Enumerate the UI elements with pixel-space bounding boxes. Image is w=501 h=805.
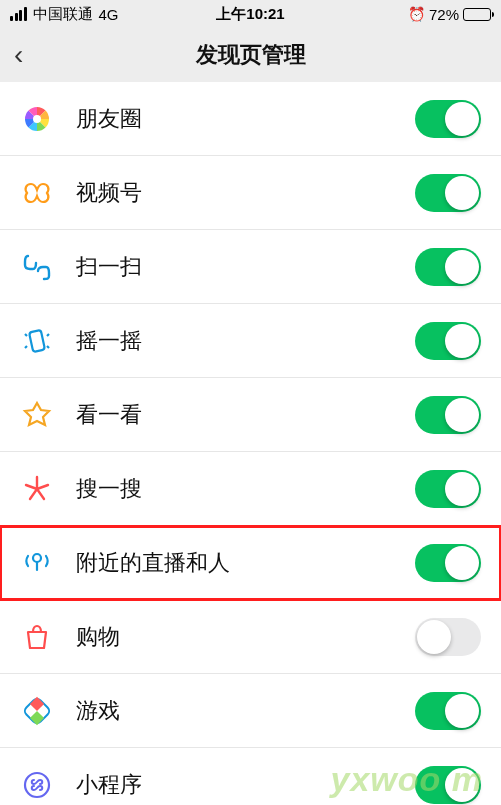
svg-rect-5 bbox=[29, 329, 45, 351]
row-label: 看一看 bbox=[76, 400, 415, 430]
toggle-scan[interactable] bbox=[415, 248, 481, 286]
shopping-icon bbox=[20, 620, 54, 654]
svg-line-8 bbox=[37, 485, 48, 489]
toggle-nearby[interactable] bbox=[415, 544, 481, 582]
row-moments: 朋友圈 bbox=[0, 82, 501, 156]
back-button[interactable]: ‹ bbox=[14, 41, 23, 69]
toggle-miniprogram[interactable] bbox=[415, 766, 481, 804]
signal-icon bbox=[10, 7, 27, 21]
row-label: 扫一扫 bbox=[76, 252, 415, 282]
carrier-label: 中国联通 bbox=[33, 5, 93, 24]
clock: 上午10:21 bbox=[216, 5, 284, 24]
row-label: 搜一搜 bbox=[76, 474, 415, 504]
svg-point-16 bbox=[25, 773, 49, 797]
row-search: 搜一搜 bbox=[0, 452, 501, 526]
status-bar: 中国联通 4G 上午10:21 ⏰ 72% bbox=[0, 0, 501, 28]
row-channels: 视频号 bbox=[0, 156, 501, 230]
page-title: 发现页管理 bbox=[196, 40, 306, 70]
toggle-topstories[interactable] bbox=[415, 396, 481, 434]
battery-pct: 72% bbox=[429, 6, 459, 23]
svg-rect-15 bbox=[30, 711, 44, 725]
toggle-channels[interactable] bbox=[415, 174, 481, 212]
scan-icon bbox=[20, 250, 54, 284]
svg-line-11 bbox=[26, 485, 37, 489]
row-label: 朋友圈 bbox=[76, 104, 415, 134]
battery-icon bbox=[463, 8, 491, 21]
toggle-moments[interactable] bbox=[415, 100, 481, 138]
moments-icon bbox=[20, 102, 54, 136]
shake-icon bbox=[20, 324, 54, 358]
svg-marker-6 bbox=[25, 403, 49, 425]
row-shopping: 购物 bbox=[0, 600, 501, 674]
row-label: 小程序 bbox=[76, 770, 415, 800]
games-icon bbox=[20, 694, 54, 728]
channels-icon bbox=[20, 176, 54, 210]
network-label: 4G bbox=[99, 6, 119, 23]
topstories-icon bbox=[20, 398, 54, 432]
svg-point-12 bbox=[33, 554, 41, 562]
toggle-shake[interactable] bbox=[415, 322, 481, 360]
toggle-games[interactable] bbox=[415, 692, 481, 730]
nearby-icon bbox=[20, 546, 54, 580]
row-label: 视频号 bbox=[76, 178, 415, 208]
svg-line-9 bbox=[37, 489, 44, 499]
toggle-shopping[interactable] bbox=[415, 618, 481, 656]
alarm-icon: ⏰ bbox=[408, 6, 425, 22]
row-label: 附近的直播和人 bbox=[76, 548, 415, 578]
row-scan: 扫一扫 bbox=[0, 230, 501, 304]
svg-point-4 bbox=[33, 115, 41, 123]
nav-bar: ‹ 发现页管理 bbox=[0, 28, 501, 82]
row-miniprogram: 小程序 bbox=[0, 748, 501, 805]
row-topstories: 看一看 bbox=[0, 378, 501, 452]
row-shake: 摇一摇 bbox=[0, 304, 501, 378]
settings-list: 朋友圈 视频号 扫一扫 摇一摇 看一看 搜一搜 bbox=[0, 82, 501, 805]
svg-line-10 bbox=[30, 489, 37, 499]
svg-rect-14 bbox=[30, 696, 44, 710]
miniprogram-icon bbox=[20, 768, 54, 802]
row-label: 游戏 bbox=[76, 696, 415, 726]
row-nearby: 附近的直播和人 bbox=[0, 526, 501, 600]
row-label: 购物 bbox=[76, 622, 415, 652]
toggle-search[interactable] bbox=[415, 470, 481, 508]
row-games: 游戏 bbox=[0, 674, 501, 748]
row-label: 摇一摇 bbox=[76, 326, 415, 356]
search-icon bbox=[20, 472, 54, 506]
